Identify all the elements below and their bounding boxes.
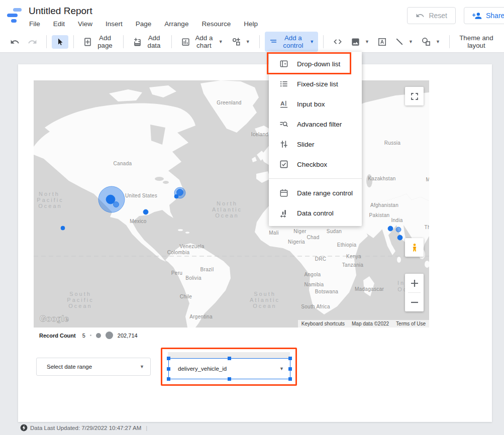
menu-arrange[interactable]: Arrange	[164, 20, 188, 28]
chevron-down-icon: ▼	[310, 39, 314, 44]
undo-button[interactable]	[6, 35, 24, 49]
menu-insert[interactable]: Insert	[106, 20, 123, 28]
terms-of-use-link[interactable]: Terms of Use	[392, 320, 429, 328]
input-box-icon: A	[279, 99, 289, 109]
zoom-out-button[interactable]	[405, 293, 424, 311]
menu-view[interactable]: View	[78, 20, 92, 28]
fullscreen-button[interactable]	[405, 87, 424, 105]
selection-handle[interactable]	[288, 377, 292, 381]
fixed-size-list-icon	[279, 79, 289, 89]
reset-label: Reset	[429, 12, 447, 20]
vehicle-dropdown-control[interactable]: delivery_vehicle_id ▼	[168, 358, 290, 379]
map-data-bubble[interactable]	[396, 227, 401, 232]
redo-button[interactable]	[24, 35, 41, 49]
menu-item-label: Date range control	[297, 189, 353, 197]
menu-item-label: Data control	[297, 209, 334, 217]
pegman-button[interactable]	[405, 238, 424, 257]
filter-icon	[269, 37, 278, 46]
svg-text:A: A	[280, 100, 285, 106]
app-header: Untitled Report File Edit View Insert Pa…	[0, 0, 504, 31]
selection-handle[interactable]	[288, 367, 292, 371]
selection-handle[interactable]	[167, 357, 170, 360]
world-map	[34, 80, 429, 328]
selection-handle[interactable]	[167, 367, 170, 371]
status-divider: |	[146, 425, 147, 431]
map-data-bubble[interactable]	[143, 209, 148, 214]
add-data-button[interactable]: Add data	[129, 32, 166, 52]
map-data-bubble[interactable]	[114, 202, 119, 207]
menu-divider	[269, 178, 362, 179]
date-range-control[interactable]: Select date range ▼	[36, 358, 151, 376]
menu-item-data-control[interactable]: Data control	[269, 203, 362, 223]
selection-handle[interactable]	[228, 357, 231, 360]
theme-and-layout-button[interactable]: Theme and layout	[455, 32, 498, 52]
annotation-box-dropdown-control: delivery_vehicle_id ▼	[161, 348, 297, 386]
menu-resource[interactable]: Resource	[201, 20, 231, 28]
legend-dot-large	[106, 332, 113, 339]
text-box-icon	[377, 37, 387, 47]
add-control-button[interactable]: Add a control ▼	[265, 32, 319, 52]
shape-tool-button[interactable]: ▼	[417, 34, 444, 49]
data-last-updated-text: Data Last Updated: 7/29/2022 10:47:27 AM	[30, 425, 141, 431]
chevron-down-icon: ▼	[219, 39, 223, 44]
menu-help[interactable]: Help	[244, 20, 258, 28]
menu-item-advanced-filter[interactable]: Advanced filter	[269, 114, 362, 134]
embed-url-button[interactable]	[329, 34, 347, 49]
text-box-button[interactable]	[373, 35, 391, 49]
menu-edit[interactable]: Edit	[53, 20, 65, 28]
select-tool-button[interactable]	[52, 35, 68, 49]
menu-item-label: Drop-down list	[297, 60, 340, 68]
add-chart-label: Add a chart	[194, 34, 214, 49]
slider-icon	[279, 139, 289, 149]
map-data-bubble[interactable]	[388, 226, 393, 231]
menu-item-input-box[interactable]: A Input box	[269, 94, 362, 114]
bubble-map-chart[interactable]: GreenlandIcelandCanadaRussiaKazakhstanMo…	[34, 80, 429, 328]
map-data-bubble[interactable]	[106, 195, 115, 204]
selection-handle[interactable]	[288, 357, 292, 360]
app-window: Untitled Report File Edit View Insert Pa…	[0, 0, 504, 435]
add-chart-button[interactable]: Add a chart ▼	[177, 32, 227, 52]
advanced-filter-icon	[279, 119, 289, 129]
menu-item-label: Checkbox	[297, 161, 327, 168]
menu-item-fixed-size-list[interactable]: Fixed-size list	[269, 74, 362, 94]
bubble-size-legend: Record Count 5 202,714	[39, 332, 138, 339]
zoom-in-button[interactable]	[405, 274, 424, 292]
report-title[interactable]: Untitled Report	[29, 6, 92, 17]
menu-item-dropdown-list[interactable]: Drop-down list	[269, 54, 362, 74]
chevron-down-icon: ▼	[409, 39, 413, 44]
selection-handle[interactable]	[167, 377, 170, 381]
chevron-down-icon: ▼	[246, 39, 250, 44]
status-bar: Data Last Updated: 7/29/2022 10:47:27 AM…	[20, 424, 147, 431]
menu-item-label: Slider	[297, 141, 315, 148]
menu-file[interactable]: File	[29, 20, 40, 28]
add-page-button[interactable]: Add page	[79, 32, 118, 52]
reset-button[interactable]: Reset	[407, 7, 456, 24]
chevron-down-icon: ▼	[365, 39, 369, 44]
map-data-bubble[interactable]	[397, 235, 402, 240]
data-studio-logo-icon[interactable]	[6, 7, 24, 25]
undo-icon	[416, 11, 425, 20]
map-data-bubble[interactable]	[61, 226, 65, 230]
line-tool-button[interactable]: ▼	[391, 35, 417, 49]
menu-item-slider[interactable]: Slider	[269, 134, 362, 154]
report-canvas[interactable]: GreenlandIcelandCanadaRussiaKazakhstanMo…	[18, 64, 492, 422]
menu-page[interactable]: Page	[136, 20, 152, 28]
menu-item-label: Input box	[297, 100, 325, 108]
community-visualizations-button[interactable]: ▼	[227, 34, 254, 49]
add-page-icon	[83, 37, 92, 47]
add-data-label: Add data	[146, 34, 162, 49]
selection-handle[interactable]	[228, 377, 231, 381]
map-data-bubble[interactable]	[174, 194, 178, 198]
add-chart-icon	[181, 37, 190, 47]
keyboard-shortcuts-link[interactable]: Keyboard shortcuts	[298, 320, 348, 328]
insert-image-button[interactable]: ▼	[347, 35, 373, 49]
add-control-menu: Drop-down list Fixed-size list A Input b…	[269, 52, 362, 226]
share-button[interactable]: Share	[464, 7, 504, 24]
share-label: Share	[486, 12, 504, 20]
fullscreen-icon	[410, 92, 419, 101]
menu-item-date-range-control[interactable]: Date range control	[269, 183, 362, 203]
community-viz-icon	[231, 37, 241, 47]
map-attribution: Keyboard shortcuts Map data ©2022 Terms …	[298, 320, 429, 328]
menu-item-checkbox[interactable]: Checkbox	[269, 154, 362, 174]
shape-icon	[421, 37, 431, 47]
